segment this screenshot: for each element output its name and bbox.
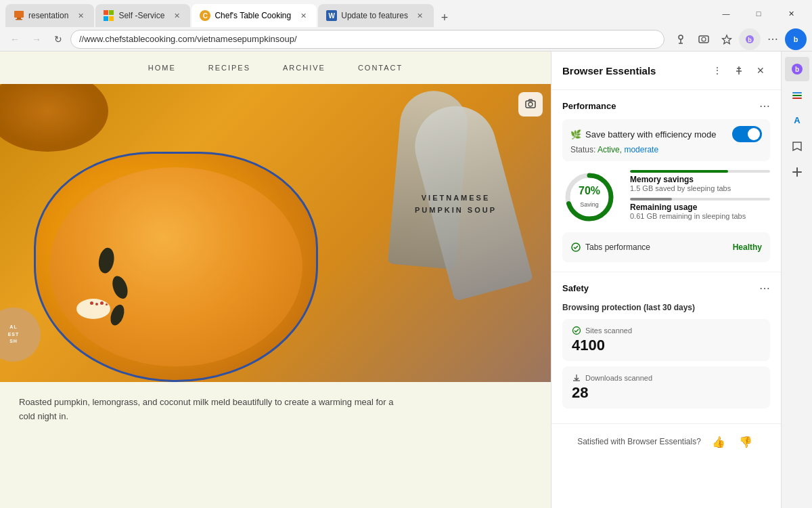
performance-title: Performance xyxy=(562,101,616,111)
sites-scanned-value: 4100 xyxy=(572,337,761,354)
description-section: Roasted pumpkin, lemongrass, and coconut… xyxy=(0,382,551,438)
remaining-usage-fill xyxy=(630,198,672,200)
back-button[interactable]: ← xyxy=(5,30,24,49)
edge-copilot-icon[interactable]: b xyxy=(785,57,809,81)
tab-bar: resentation ✕ Self -Service ✕ C Chef's T… xyxy=(5,0,705,27)
url-bar[interactable]: //www.chefstablecooking.com/vietnamesepu… xyxy=(70,30,664,49)
edge-add-icon[interactable] xyxy=(785,160,809,184)
tab-close-presentation[interactable]: ✕ xyxy=(75,10,86,21)
tabs-perf-status: Healthy xyxy=(733,242,762,252)
nav-contact[interactable]: CONTACT xyxy=(358,64,403,72)
svg-text:b: b xyxy=(748,37,752,43)
remaining-usage-sub: 0.61 GB remaining in sleeping tabs xyxy=(630,212,770,220)
memory-savings-sub: 1.5 GB saved by sleeping tabs xyxy=(630,184,770,192)
side-panel: Browser Essentials ⋮ ✕ Performance ⋯ xyxy=(551,51,781,508)
soup-surface xyxy=(49,167,302,366)
screenshot-icon[interactable] xyxy=(693,28,715,50)
status-text: Status: Active, moderate xyxy=(570,145,762,154)
window-controls: — □ ✕ xyxy=(710,3,807,24)
tab-chefstable[interactable]: C Chef's Table Cooking ✕ xyxy=(191,4,317,27)
svg-text:A: A xyxy=(794,115,800,125)
safety-header: Safety ⋯ xyxy=(562,282,770,295)
minimize-button[interactable]: — xyxy=(710,3,742,24)
browser-window: resentation ✕ Self -Service ✕ C Chef's T… xyxy=(0,0,812,508)
close-button[interactable]: ✕ xyxy=(775,3,807,24)
downloads-scanned-card: Downloads scanned 28 xyxy=(562,366,770,408)
hero-image: VIETNAMESE PUMPKIN SOUP ALESTSH xyxy=(0,84,551,382)
svg-point-3 xyxy=(679,35,683,39)
remaining-usage-row: Remaining usage 0.61 GB remaining in sle… xyxy=(630,198,770,220)
hero-title-line1: VIETNAMESE xyxy=(415,192,497,205)
memory-circle-chart: 70% Saving xyxy=(562,170,616,224)
badge-text: ALESTSH xyxy=(8,324,20,345)
tab-favicon-selfservice xyxy=(104,10,114,21)
tab-close-chefstable[interactable]: ✕ xyxy=(298,10,309,21)
feedback-text: Satisfied with Browser Essentials? xyxy=(577,437,701,446)
tab-close-update[interactable]: ✕ xyxy=(415,10,426,21)
bing-button[interactable]: b xyxy=(785,28,807,50)
new-tab-button[interactable]: + xyxy=(435,8,454,27)
thumbs-up-button[interactable]: 👍 xyxy=(709,432,728,451)
tab-selfservice[interactable]: Self -Service ✕ xyxy=(95,4,190,27)
sites-scanned-label: Sites scanned xyxy=(572,326,761,335)
tab-title-selfservice: Self -Service xyxy=(118,11,164,20)
svg-rect-19 xyxy=(792,98,802,99)
svg-point-10 xyxy=(528,102,533,106)
panel-more-button[interactable]: ⋮ xyxy=(708,61,727,80)
content-area: HOME RECIPES ARCHIVE CONTACT xyxy=(0,51,812,508)
tab-presentation[interactable]: resentation ✕ xyxy=(5,4,94,27)
address-bar: ← → ↻ //www.chefstablecooking.com/vietna… xyxy=(0,27,812,51)
svg-text:b: b xyxy=(794,35,798,43)
tab-title-chefstable: Chef's Table Cooking xyxy=(215,11,291,20)
top-bowl-decoration xyxy=(0,84,108,152)
copilot-icon[interactable]: b xyxy=(739,28,761,50)
edge-translate-icon[interactable]: A xyxy=(785,108,809,133)
svg-rect-17 xyxy=(792,92,802,93)
edge-reading-icon[interactable] xyxy=(785,134,809,158)
nav-archive[interactable]: ARCHIVE xyxy=(283,64,325,72)
thumbs-down-button[interactable]: 👎 xyxy=(736,432,755,451)
tab-title-update: Update to features xyxy=(341,11,408,20)
battery-icon: 🌿 xyxy=(570,129,581,140)
favorites-icon[interactable] xyxy=(716,28,738,50)
memory-savings-title: Memory savings xyxy=(630,175,770,184)
tab-update[interactable]: W Update to features ✕ xyxy=(318,4,434,27)
memory-savings-bar xyxy=(630,170,770,173)
edge-collections-icon[interactable] xyxy=(785,83,809,107)
panel-header: Browser Essentials ⋮ ✕ xyxy=(551,51,781,90)
svg-rect-2 xyxy=(16,19,22,20)
svg-rect-0 xyxy=(14,11,24,18)
panel-pin-button[interactable] xyxy=(729,61,748,80)
panel-title: Browser Essentials xyxy=(562,65,656,77)
screenshot-button[interactable] xyxy=(518,92,543,117)
nav-home[interactable]: HOME xyxy=(148,64,176,72)
tabs-performance-row: Tabs performance Healthy xyxy=(570,238,762,257)
tab-title-presentation: resentation xyxy=(28,11,68,20)
battery-row: 🌿 Save battery with efficiency mode xyxy=(570,126,762,142)
efficiency-toggle[interactable] xyxy=(732,126,762,142)
refresh-button[interactable]: ↻ xyxy=(49,30,68,49)
tab-favicon-presentation xyxy=(14,10,24,21)
more-options-icon[interactable]: ⋯ xyxy=(762,28,784,50)
edge-sidebar: b A xyxy=(781,51,812,508)
tab-close-selfservice[interactable]: ✕ xyxy=(171,10,182,21)
panel-header-icons: ⋮ ✕ xyxy=(708,61,770,80)
panel-close-button[interactable]: ✕ xyxy=(751,61,770,80)
nav-recipes[interactable]: RECIPES xyxy=(208,64,250,72)
safety-title: Safety xyxy=(562,283,589,293)
performance-header: Performance ⋯ xyxy=(562,100,770,112)
status-moderate: moderate xyxy=(622,145,658,154)
forward-button[interactable]: → xyxy=(27,30,46,49)
tab-favicon-update: W xyxy=(326,10,337,21)
pin-icon[interactable] xyxy=(670,28,692,50)
toggle-thumb xyxy=(748,128,760,140)
maximize-button[interactable]: □ xyxy=(743,3,774,24)
hero-title-line2: PUMPKIN SOUP xyxy=(415,205,497,217)
hero-title-overlay: VIETNAMESE PUMPKIN SOUP xyxy=(415,192,497,216)
performance-section: Performance ⋯ 🌿 Save battery with effici… xyxy=(551,90,781,272)
safety-more-button[interactable]: ⋯ xyxy=(759,282,770,295)
memory-savings-fill xyxy=(630,170,728,173)
performance-more-button[interactable]: ⋯ xyxy=(759,100,770,112)
circle-center: 70% Saving xyxy=(579,185,600,209)
svg-rect-18 xyxy=(792,95,802,96)
